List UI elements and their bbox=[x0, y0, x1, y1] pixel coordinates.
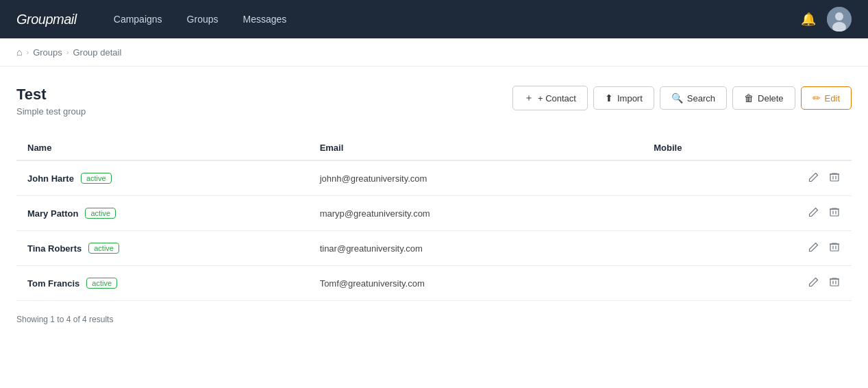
navbar: Groupmail Campaigns Groups Messages 🔔 bbox=[0, 0, 868, 38]
svg-rect-15 bbox=[830, 279, 839, 286]
svg-rect-7 bbox=[830, 209, 839, 216]
edit-contact-button-0[interactable] bbox=[807, 171, 820, 186]
breadcrumb-current: Group detail bbox=[73, 47, 121, 58]
col-mobile: Mobile bbox=[643, 136, 768, 160]
add-contact-button[interactable]: ＋ + Contact bbox=[512, 86, 588, 110]
edit-button[interactable]: ✏ Edit bbox=[801, 86, 852, 110]
table-row: Tina Roberts active tinar@greatuniversit… bbox=[16, 231, 852, 266]
trash-icon bbox=[830, 207, 839, 217]
cell-mobile-3 bbox=[643, 266, 768, 301]
main-content: Test Simple test group ＋ + Contact ⬆ Imp… bbox=[0, 66, 868, 388]
trash-icon bbox=[830, 242, 839, 252]
cell-name-1: Mary Patton active bbox=[16, 196, 309, 231]
results-text: Showing 1 to 4 of 4 results bbox=[16, 315, 113, 324]
cell-name-2: Tina Roberts active bbox=[16, 231, 309, 266]
delete-icon: 🗑 bbox=[744, 93, 754, 104]
cell-email-3: Tomf@greatuniversity.com bbox=[309, 266, 643, 301]
cell-email-1: maryp@greatuniversity.com bbox=[309, 196, 643, 231]
pencil-icon bbox=[808, 277, 819, 287]
pencil-icon bbox=[808, 172, 819, 182]
cell-actions-0 bbox=[768, 160, 852, 196]
table-row: Mary Patton active maryp@greatuniversity… bbox=[16, 196, 852, 231]
status-badge-1: active bbox=[85, 208, 116, 219]
breadcrumb-sep-2: › bbox=[66, 48, 69, 56]
search-icon: 🔍 bbox=[671, 93, 683, 104]
avatar-image bbox=[827, 7, 852, 32]
contact-name-1: Mary Patton bbox=[27, 208, 78, 219]
edit-label: Edit bbox=[825, 93, 840, 104]
svg-point-1 bbox=[835, 12, 843, 21]
table-row: Tom Francis active Tomf@greatuniversity.… bbox=[16, 266, 852, 301]
col-email: Email bbox=[309, 136, 643, 160]
contact-name-0: John Harte bbox=[27, 173, 74, 184]
search-label: Search bbox=[687, 93, 715, 104]
cell-actions-3 bbox=[768, 266, 852, 301]
table-row: John Harte active johnh@greatuniversity.… bbox=[16, 160, 852, 196]
nav-links: Campaigns Groups Messages bbox=[104, 8, 801, 30]
cell-actions-1 bbox=[768, 196, 852, 231]
svg-rect-3 bbox=[830, 174, 839, 181]
edit-contact-button-3[interactable] bbox=[807, 276, 820, 291]
nav-groups[interactable]: Groups bbox=[177, 8, 228, 30]
delete-button[interactable]: 🗑 Delete bbox=[732, 86, 795, 110]
action-buttons: ＋ + Contact ⬆ Import 🔍 Search 🗑 Delete ✏… bbox=[512, 86, 852, 110]
status-badge-3: active bbox=[86, 278, 117, 289]
pencil-icon bbox=[808, 207, 819, 217]
breadcrumb-sep-1: › bbox=[26, 48, 29, 56]
page-title: Test bbox=[16, 86, 86, 104]
trash-icon bbox=[830, 172, 839, 182]
navbar-right: 🔔 bbox=[801, 7, 852, 32]
import-icon: ⬆ bbox=[605, 93, 613, 104]
cell-actions-2 bbox=[768, 231, 852, 266]
table-header: Name Email Mobile bbox=[16, 136, 852, 160]
contacts-table: Name Email Mobile John Harte active john… bbox=[16, 136, 852, 301]
nav-campaigns[interactable]: Campaigns bbox=[104, 8, 172, 30]
svg-rect-11 bbox=[830, 244, 839, 251]
contact-name-3: Tom Francis bbox=[27, 278, 79, 289]
delete-contact-button-0[interactable] bbox=[828, 171, 841, 186]
cell-email-2: tinar@greatuniversity.com bbox=[309, 231, 643, 266]
table-footer: Showing 1 to 4 of 4 results bbox=[16, 312, 852, 327]
page-subtitle: Simple test group bbox=[16, 106, 86, 117]
home-icon[interactable]: ⌂ bbox=[16, 47, 22, 58]
page-title-block: Test Simple test group bbox=[16, 86, 86, 117]
delete-contact-button-1[interactable] bbox=[828, 206, 841, 221]
delete-label: Delete bbox=[758, 93, 784, 104]
cell-mobile-0 bbox=[643, 160, 768, 196]
cell-email-0: johnh@greatuniversity.com bbox=[309, 160, 643, 196]
brand-text: Groupmail bbox=[16, 12, 77, 27]
delete-contact-button-2[interactable] bbox=[828, 241, 841, 256]
notification-bell-icon[interactable]: 🔔 bbox=[801, 12, 816, 27]
status-badge-0: active bbox=[81, 173, 112, 184]
edit-contact-button-1[interactable] bbox=[807, 206, 820, 221]
user-avatar[interactable] bbox=[827, 7, 852, 32]
cell-name-3: Tom Francis active bbox=[16, 266, 309, 301]
cell-mobile-1 bbox=[643, 196, 768, 231]
pencil-icon bbox=[808, 242, 819, 252]
col-name: Name bbox=[16, 136, 309, 160]
cell-name-0: John Harte active bbox=[16, 160, 309, 196]
import-label: Import bbox=[617, 93, 643, 104]
cell-mobile-2 bbox=[643, 231, 768, 266]
add-contact-label: + Contact bbox=[538, 93, 576, 104]
breadcrumb-groups[interactable]: Groups bbox=[33, 47, 62, 58]
search-button[interactable]: 🔍 Search bbox=[660, 86, 727, 110]
table-body: John Harte active johnh@greatuniversity.… bbox=[16, 160, 852, 301]
trash-icon bbox=[830, 277, 839, 287]
breadcrumb: ⌂ › Groups › Group detail bbox=[0, 38, 868, 66]
delete-contact-button-3[interactable] bbox=[828, 276, 841, 291]
contact-name-2: Tina Roberts bbox=[27, 243, 82, 254]
edit-icon: ✏ bbox=[813, 93, 821, 104]
edit-contact-button-2[interactable] bbox=[807, 241, 820, 256]
nav-messages[interactable]: Messages bbox=[234, 8, 297, 30]
page-header: Test Simple test group ＋ + Contact ⬆ Imp… bbox=[16, 86, 852, 117]
plus-icon: ＋ bbox=[524, 92, 534, 104]
status-badge-2: active bbox=[88, 243, 119, 254]
brand-logo[interactable]: Groupmail bbox=[16, 12, 77, 27]
import-button[interactable]: ⬆ Import bbox=[593, 86, 654, 110]
